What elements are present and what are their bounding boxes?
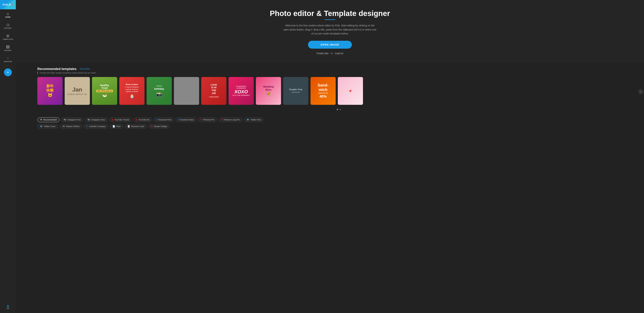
images-icon: 🖼 <box>6 45 10 49</box>
logo-button[interactable]: PIXLRX <box>0 0 16 9</box>
lang-label: EN <box>7 308 9 310</box>
tag-label: Business Card <box>131 125 144 128</box>
tag-label: Instagram Story <box>91 119 105 121</box>
carousel-next-button[interactable]: › <box>638 89 643 94</box>
sidebar-item-home[interactable]: ⌂ HOME <box>0 9 16 20</box>
tag-flyer[interactable]: 📄 Flyer <box>110 124 123 129</box>
hero-section: Photo editor & Template designer Welcome… <box>16 0 644 62</box>
template-card[interactable]: Sand-wich SAVE UP TO 40% <box>310 77 336 105</box>
main-content: Photo editor & Template designer Welcome… <box>16 0 644 313</box>
tag-label: Roblox Clothes <box>66 125 80 128</box>
template-card[interactable]: Jan SuMoTuWeThFrSa <box>65 77 90 105</box>
youtube-art-icon: ▶ <box>136 119 138 121</box>
tag-twitter-post[interactable]: 🐦 Twitter Post <box>244 117 264 122</box>
tag-label: Twitter Cover <box>44 125 56 128</box>
section-header: Recommended templates View More <box>38 67 640 71</box>
flyer-icon: 📄 <box>112 125 115 128</box>
tag-label: Instagram Post <box>68 119 81 121</box>
template-card[interactable]: WeddingBliss 💐 <box>256 77 281 105</box>
linkedin-icon: in <box>86 125 88 127</box>
history-icon: ◷ <box>6 23 10 26</box>
tag-twitter-cover[interactable]: 🐦 Twitter Cover <box>38 124 58 129</box>
sidebar: PIXLRX ⌂ HOME ◷ HISTORY ⊞ TEMPLATES 🖼 IM… <box>0 0 16 313</box>
tag-instagram-story[interactable]: 📷 Instagram Story <box>85 117 108 122</box>
load-url-link[interactable]: Load url <box>335 52 344 55</box>
logo-text: PIXLRX <box>3 3 13 6</box>
tag-facebook-post[interactable]: f Facebook Post <box>154 117 174 122</box>
view-more-link[interactable]: View More <box>80 68 90 70</box>
template-card[interactable] <box>174 77 199 105</box>
pinterest-long-icon: P <box>221 119 223 121</box>
tag-roblox-clothes[interactable]: 🎮 Roblox Clothes <box>60 124 82 129</box>
sidebar-item-templates[interactable]: ⊞ TEMPLATES <box>0 32 16 43</box>
tag-label: LinkedIn Company <box>89 125 106 128</box>
open-image-button[interactable]: OPEN IMAGE <box>308 41 352 49</box>
tag-pinterest-pin[interactable]: P Pinterest Pin <box>198 117 217 122</box>
templates-row: 新年 快樂 🐱 Jan SuMoTuWeThFrSa <box>38 77 640 107</box>
tag-label: Pinterest Pin <box>203 119 214 121</box>
sidebar-item-images[interactable]: 🖼 IMAGES <box>0 43 16 54</box>
recommended-section: Recommended templates View More Trendy a… <box>16 62 644 114</box>
template-card[interactable]: happy birthday 📸 <box>146 77 172 105</box>
carousel-dot-2[interactable] <box>340 109 341 110</box>
templates-icon: ⊞ <box>6 34 10 38</box>
tag-business-card[interactable]: 🃏 Business Card <box>125 124 147 129</box>
pinterest-pin-icon: P <box>200 119 202 121</box>
tags-row-2: 🐦 Twitter Cover 🎮 Roblox Clothes in Link… <box>38 124 640 129</box>
plus-icon: + <box>7 70 9 75</box>
tag-label: Facebook Story <box>180 119 194 121</box>
create-new-link[interactable]: Create new <box>316 52 328 55</box>
instagram-story-icon: 📷 <box>88 119 90 121</box>
tag-instagram-post[interactable]: 📷 Instagram Post <box>61 117 84 122</box>
business-card-icon: 🃏 <box>128 125 130 128</box>
tag-youtube-art[interactable]: ▶ YouTube Art <box>133 117 152 122</box>
tags-section: 👁 Recommended 📷 Instagram Post 📷 Instagr… <box>16 114 644 132</box>
tag-simple-collage[interactable]: ⊞ Simple Collage <box>148 124 170 129</box>
sidebar-item-history[interactable]: ◷ HISTORY <box>0 20 16 32</box>
add-button[interactable]: + <box>4 68 12 76</box>
tag-facebook-story[interactable]: f Facebook Story <box>176 117 196 122</box>
template-card[interactable]: VALENTINE'SLOOKBOOK XOXO SLAY THE ENSEMB… <box>228 77 254 105</box>
section-subtitle: Trendy and high quality templates hand p… <box>38 72 640 74</box>
tag-label: Twitter Post <box>250 119 261 121</box>
updates-icon: ↑ <box>7 56 9 60</box>
hero-title-underline <box>324 19 335 20</box>
template-card[interactable]: 新年 快樂 🐱 <box>38 77 62 105</box>
tag-label: YouTube Art <box>139 119 150 121</box>
tag-label: Flyer <box>116 125 120 128</box>
or-text: or <box>330 52 333 55</box>
facebook-story-icon: f <box>178 119 179 121</box>
globe-icon: 🌐 <box>7 305 9 307</box>
section-title: Recommended templates <box>38 67 76 71</box>
twitter-post-icon: 🐦 <box>247 119 250 121</box>
carousel-dot-1[interactable] <box>337 109 338 110</box>
template-card[interactable]: HealthyFood 35% off for pick up 🥗 <box>92 77 117 105</box>
chevron-right-icon: › <box>640 90 641 93</box>
tag-linkedin-company[interactable]: in LinkedIn Company <box>84 124 108 129</box>
home-icon: ⌂ <box>7 12 9 15</box>
tag-pinterest-long-pin[interactable]: P Pinterest Long Pin <box>218 117 242 122</box>
collage-icon: ⊞ <box>151 125 153 128</box>
sidebar-item-updates[interactable]: ↑ UPDATES <box>0 54 16 65</box>
template-card[interactable]: LOVEIS INTHEAIR SHOP NOW <box>201 77 226 105</box>
template-card[interactable]: 💋 <box>338 77 363 105</box>
templates-carousel-wrapper: 新年 快樂 🐱 Jan SuMoTuWeThFrSa <box>38 77 640 107</box>
tag-label: Facebook Post <box>158 119 171 121</box>
carousel-dots <box>38 109 640 110</box>
language-selector[interactable]: 🌐 EN <box>7 303 9 311</box>
hero-links: Create new or Load url <box>20 52 640 55</box>
sidebar-divider <box>3 66 13 66</box>
tag-youtube-thumb[interactable]: ▶ YouTube Thumb <box>109 117 132 122</box>
roblox-icon: 🎮 <box>62 125 65 128</box>
tag-recommended[interactable]: 👁 Recommended <box>38 117 60 122</box>
twitter-cover-icon: 🐦 <box>40 125 43 128</box>
template-card[interactable]: Douglas TongEntertainer <box>283 77 308 105</box>
template-card[interactable]: Rosa recipes 1 cup of tomatoes2 pinch of… <box>119 77 144 105</box>
tag-label: Recommended <box>43 119 57 121</box>
hero-title: Photo editor & Template designer <box>20 9 640 18</box>
tags-row-1: 👁 Recommended 📷 Instagram Post 📷 Instagr… <box>38 117 640 122</box>
youtube-icon: ▶ <box>112 119 114 121</box>
eye-icon: 👁 <box>40 119 42 121</box>
hero-subtitle: Welcome to the free modern photo editor … <box>283 23 376 35</box>
tag-label: Simple Collage <box>154 125 167 128</box>
